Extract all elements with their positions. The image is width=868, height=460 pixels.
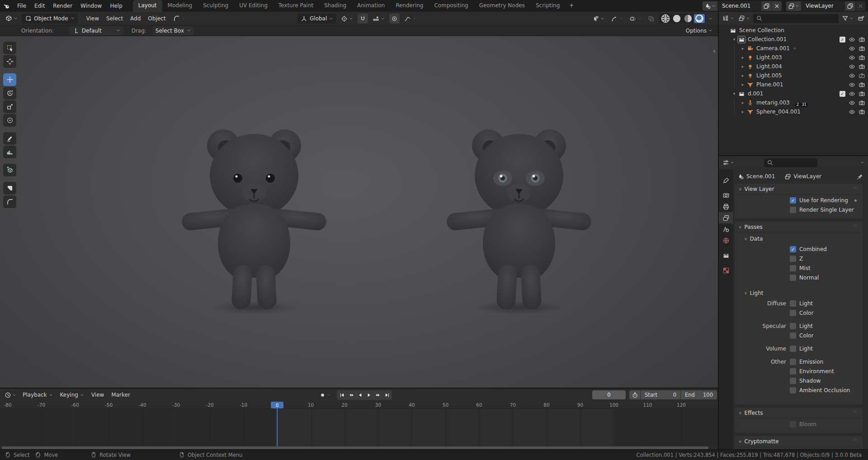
- panel-header-data[interactable]: ∨Data: [735, 234, 863, 244]
- frame-start-field[interactable]: Start 0: [641, 390, 680, 399]
- shading-dropdown-chevron-icon[interactable]: [708, 17, 712, 21]
- disclosure-closed-icon[interactable]: ▸: [740, 73, 746, 78]
- disclosure-open-icon[interactable]: ▾: [731, 91, 737, 96]
- outliner-search[interactable]: [753, 14, 839, 23]
- transform-orientation-dropdown[interactable]: Global: [297, 14, 336, 24]
- proportional-falloff-dropdown[interactable]: [402, 14, 418, 24]
- outliner-filter-dropdown[interactable]: [841, 15, 854, 22]
- eye-icon[interactable]: [849, 90, 855, 97]
- render-visibility-icon[interactable]: [859, 54, 865, 61]
- workspace-tab-layout[interactable]: Layout: [133, 0, 162, 12]
- scene-new-button[interactable]: [761, 1, 771, 11]
- checkbox-ambient-occlusion[interactable]: [790, 387, 796, 394]
- menu-window[interactable]: Window: [76, 1, 106, 11]
- eye-icon[interactable]: [849, 81, 855, 88]
- checkbox-color[interactable]: [790, 310, 796, 316]
- outliner-row[interactable]: Scene Collection: [719, 26, 868, 35]
- exclude-checkbox[interactable]: ✓: [840, 91, 845, 97]
- eye-icon[interactable]: [849, 36, 855, 43]
- view-layer-browse-button[interactable]: [786, 1, 801, 11]
- outliner-row[interactable]: ▸Light.005: [719, 71, 868, 80]
- snap-settings-dropdown[interactable]: [371, 14, 387, 24]
- tool-annotate[interactable]: [3, 132, 16, 145]
- panel-header-view-layer[interactable]: ∨View Layer: [735, 184, 863, 194]
- workspace-tab-sculpting[interactable]: Sculpting: [198, 0, 234, 12]
- drag-grip-icon[interactable]: [852, 185, 859, 193]
- playhead-line[interactable]: [277, 408, 278, 446]
- checkbox-environment[interactable]: [790, 368, 796, 375]
- panel-header-cryptomatte[interactable]: ∨Cryptomatte: [735, 436, 863, 446]
- timeline-menu-marker[interactable]: Marker: [108, 390, 133, 400]
- workspace-tab-rendering[interactable]: Rendering: [390, 0, 429, 12]
- checkbox-render-single-layer[interactable]: [790, 207, 796, 213]
- disclosure-closed-icon[interactable]: ▸: [740, 64, 746, 69]
- disclosure-closed-icon[interactable]: ▸: [740, 46, 746, 51]
- visibility-dropdown[interactable]: [590, 14, 606, 24]
- render-visibility-icon[interactable]: [859, 90, 865, 97]
- properties-options-chevron-icon[interactable]: [860, 161, 864, 165]
- checkbox-combined[interactable]: ✓: [790, 246, 796, 252]
- checkbox-bloom[interactable]: [790, 421, 796, 427]
- outliner-row[interactable]: ▸Sphere_004.001: [719, 107, 868, 116]
- panel-header-passes[interactable]: ∨Passes: [735, 222, 863, 232]
- orientation-dropdown[interactable]: Default: [69, 26, 123, 35]
- tool-measure[interactable]: [3, 146, 16, 158]
- timeline-menu-playback[interactable]: Playback: [19, 390, 57, 400]
- pivot-point-dropdown[interactable]: [339, 14, 355, 24]
- scene-unlink-button[interactable]: [772, 1, 782, 11]
- breadcrumb-scene[interactable]: Scene.001: [737, 173, 775, 180]
- shading-wireframe-button[interactable]: [660, 14, 671, 23]
- gizmos-dropdown[interactable]: [609, 14, 625, 24]
- view-layer-name[interactable]: ViewLayer: [801, 1, 844, 11]
- outliner-search-input[interactable]: [765, 15, 836, 22]
- workspace-tab-modeling[interactable]: Modeling: [162, 0, 198, 12]
- viewport-menu-add[interactable]: Add: [127, 14, 144, 24]
- new-collection-button[interactable]: [857, 15, 865, 22]
- mode-selector[interactable]: Object Mode: [22, 14, 78, 24]
- checkbox-use-for-rendering[interactable]: ✓: [790, 197, 796, 204]
- checkbox-z[interactable]: [790, 256, 796, 262]
- workspace-tab-compositing[interactable]: Compositing: [429, 0, 473, 12]
- snap-toggle[interactable]: [358, 14, 368, 24]
- outliner-display-mode-dropdown[interactable]: [737, 15, 751, 22]
- timeline-editor-type-button[interactable]: [4, 392, 17, 398]
- eye-icon[interactable]: [849, 63, 855, 70]
- outliner-row[interactable]: ▾Collection.001✓: [719, 35, 868, 44]
- use-preview-range-button[interactable]: [629, 390, 640, 399]
- checkbox-emission[interactable]: [790, 359, 796, 365]
- menu-edit[interactable]: Edit: [30, 1, 49, 11]
- mode-options-dropdown[interactable]: [171, 14, 187, 24]
- pin-icon[interactable]: [857, 173, 863, 180]
- properties-tab-texture[interactable]: [719, 265, 733, 276]
- render-visibility-icon[interactable]: [859, 72, 865, 79]
- properties-search[interactable]: [764, 158, 817, 167]
- view-layer-remove-button[interactable]: [855, 1, 865, 11]
- render-visibility-icon[interactable]: [859, 109, 865, 115]
- workspace-tab-shading[interactable]: Shading: [319, 0, 352, 12]
- editor-type-button[interactable]: [4, 14, 19, 24]
- menu-help[interactable]: Help: [106, 1, 126, 11]
- drag-dropdown[interactable]: Select Box: [152, 26, 194, 35]
- tool-transform[interactable]: [3, 114, 16, 127]
- properties-tab-tool[interactable]: [719, 175, 733, 186]
- tool-rotate[interactable]: [3, 87, 16, 100]
- checkbox-shadow[interactable]: [790, 378, 796, 384]
- render-visibility-icon[interactable]: [859, 63, 865, 70]
- disclosure-closed-icon[interactable]: ▸: [740, 100, 746, 105]
- panel-header-effects[interactable]: ∨Effects: [735, 408, 863, 418]
- viewport-menu-view[interactable]: View: [83, 14, 103, 24]
- blender-logo-icon[interactable]: [4, 3, 10, 9]
- checkbox-light[interactable]: [790, 300, 796, 307]
- tool-move[interactable]: [3, 73, 16, 86]
- render-visibility-icon[interactable]: [859, 81, 865, 88]
- eye-icon[interactable]: [849, 72, 855, 79]
- options-dropdown[interactable]: Options: [686, 28, 712, 34]
- decorator-dot[interactable]: [854, 199, 857, 202]
- checkbox-mist[interactable]: [790, 265, 796, 271]
- eye-icon[interactable]: [849, 45, 855, 52]
- outliner-row[interactable]: ▸Plane.001: [719, 80, 868, 89]
- checkbox-light[interactable]: [790, 323, 796, 329]
- tool-select-box[interactable]: [3, 42, 16, 54]
- scene-browse-button[interactable]: [703, 1, 717, 11]
- frame-end-field[interactable]: End 100: [681, 390, 717, 399]
